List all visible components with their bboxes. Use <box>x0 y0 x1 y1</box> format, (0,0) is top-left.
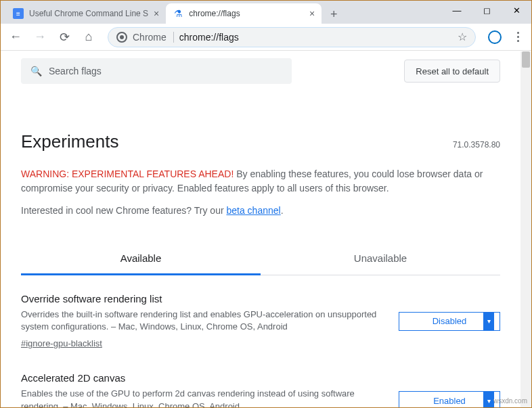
menu-button[interactable] <box>510 32 526 42</box>
close-icon[interactable]: × <box>154 8 159 19</box>
tab-unavailable[interactable]: Unavailable <box>261 243 500 275</box>
tab-available[interactable]: Available <box>21 243 261 275</box>
search-placeholder: Search flags <box>49 66 102 76</box>
flags-body: Experiments 71.0.3578.80 WARNING: EXPERI… <box>1 91 520 407</box>
watermark: wsxdn.com <box>493 397 527 405</box>
url-text: chrome://flags <box>179 32 452 43</box>
flags-header: 🔍 Search flags Reset all to default <box>1 51 520 91</box>
docs-icon: ≡ <box>13 8 24 19</box>
toolbar: ← → ⟳ ⌂ Chrome chrome://flags ☆ <box>1 24 531 51</box>
back-button[interactable]: ← <box>6 28 25 47</box>
page-content: 🔍 Search flags Reset all to default Expe… <box>1 51 520 407</box>
page-title: Experiments <box>21 131 119 152</box>
scrollbar-thumb[interactable] <box>522 51 530 68</box>
forward-button[interactable]: → <box>30 28 49 47</box>
titlebar: ≡ Useful Chrome Command Line S × ⚗ chrom… <box>1 1 531 24</box>
warning-text: WARNING: EXPERIMENTAL FEATURES AHEAD! By… <box>21 167 500 196</box>
close-button[interactable]: ✕ <box>502 1 531 20</box>
flag-hash-link[interactable]: #ignore-gpu-blacklist <box>21 338 102 348</box>
tab-title: Useful Chrome Command Line S <box>29 9 148 18</box>
flag-state-select[interactable]: Enabled <box>399 391 500 407</box>
flag-tabs: Available Unavailable <box>21 243 500 275</box>
new-tab-button[interactable]: + <box>324 5 343 24</box>
flag-description: Enables the use of the GPU to perform 2d… <box>21 388 385 407</box>
reset-all-button[interactable]: Reset all to default <box>404 60 500 83</box>
bookmark-star-icon[interactable]: ☆ <box>458 30 467 43</box>
flag-description: Overrides the built-in software renderin… <box>21 309 385 333</box>
flag-title: Accelerated 2D canvas <box>21 372 385 384</box>
beta-channel-link[interactable]: beta channel <box>226 205 280 216</box>
flag-title: Override software rendering list <box>21 293 385 304</box>
reload-button[interactable]: ⟳ <box>55 28 74 47</box>
address-bar[interactable]: Chrome chrome://flags ☆ <box>108 27 476 47</box>
flask-icon: ⚗ <box>173 8 183 19</box>
search-flags-input[interactable]: 🔍 Search flags <box>21 58 292 84</box>
chrome-icon <box>116 32 127 43</box>
minimize-button[interactable]: — <box>442 1 472 20</box>
tab-title: chrome://flags <box>189 9 304 18</box>
flag-item: Accelerated 2D canvas Enables the use of… <box>21 355 500 407</box>
flag-state-select[interactable]: Disabled <box>399 312 500 331</box>
window-controls: — ◻ ✕ <box>442 1 531 20</box>
scrollbar[interactable] <box>520 51 531 407</box>
home-button[interactable]: ⌂ <box>79 28 98 47</box>
tabs-strip: ≡ Useful Chrome Command Line S × ⚗ chrom… <box>1 1 343 24</box>
beta-channel-text: Interested in cool new Chrome features? … <box>21 205 500 216</box>
tab-inactive[interactable]: ≡ Useful Chrome Command Line S × <box>6 3 166 24</box>
version-text: 71.0.3578.80 <box>453 140 500 150</box>
maximize-button[interactable]: ◻ <box>472 1 502 20</box>
search-icon: 🔍 <box>30 66 42 76</box>
close-icon[interactable]: × <box>309 8 315 19</box>
flag-item: Override software rendering list Overrid… <box>21 275 500 355</box>
warning-bold: WARNING: EXPERIMENTAL FEATURES AHEAD! <box>21 168 234 179</box>
secure-origin-label: Chrome <box>133 32 174 43</box>
extension-icon[interactable] <box>488 30 502 44</box>
tab-active[interactable]: ⚗ chrome://flags × <box>166 3 322 24</box>
